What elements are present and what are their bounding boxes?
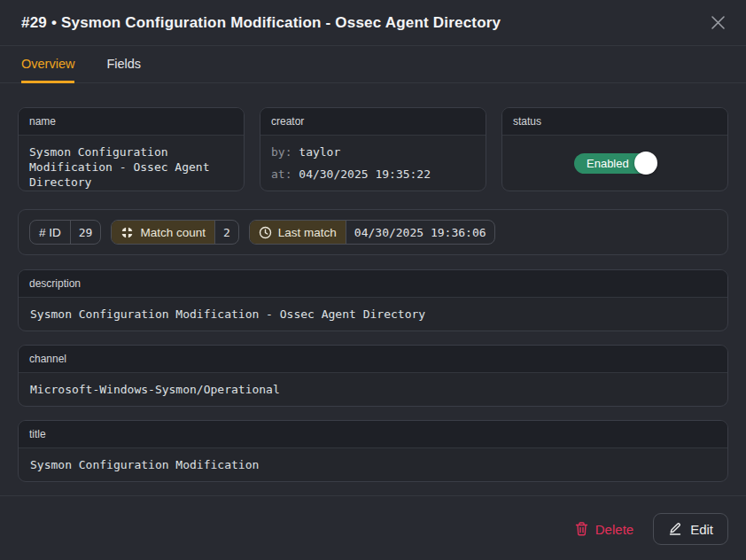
status-card: status Enabled (501, 107, 728, 191)
tab-bar: Overview Fields (0, 46, 746, 83)
channel-label: channel (19, 346, 727, 373)
status-card-value: Enabled (502, 136, 727, 191)
edit-button[interactable]: Edit (653, 513, 728, 545)
title-label: title (19, 421, 727, 448)
name-card-label: name (19, 108, 244, 136)
modal-title: #29 • Sysmon Configuration Modification … (21, 14, 501, 32)
id-badge: # ID 29 (29, 220, 101, 245)
modal-header: #29 • Sysmon Configuration Modification … (0, 0, 746, 46)
description-label: description (19, 270, 727, 298)
summary-cards-row: name Sysmon Configuration Modification -… (18, 107, 728, 191)
description-card: description Sysmon Configuration Modific… (18, 269, 728, 331)
tab-fields-label: Fields (106, 57, 141, 71)
status-toggle[interactable]: Enabled (574, 153, 656, 174)
creator-by-value: taylor (299, 145, 340, 159)
toggle-knob (634, 152, 657, 175)
match-count-badge: Match count 2 (111, 220, 238, 245)
tab-overview[interactable]: Overview (21, 46, 74, 83)
creator-at-label: at: (271, 167, 291, 181)
status-card-label: status (502, 108, 727, 136)
meta-badges-row: # ID 29 Match count 2 (18, 209, 728, 255)
last-match-label: Last match (278, 226, 337, 239)
status-toggle-label: Enabled (587, 157, 629, 170)
clock-icon (259, 226, 272, 239)
overview-panel: name Sysmon Configuration Modification -… (0, 83, 746, 495)
close-icon (711, 15, 726, 30)
title-value: Sysmon Configuration Modification (19, 448, 727, 481)
last-match-value: 04/30/2025 19:36:06 (346, 221, 494, 244)
channel-value: Microsoft-Windows-Sysmon/Operational (19, 373, 727, 406)
tab-fields[interactable]: Fields (106, 46, 141, 83)
id-badge-label: # ID (30, 221, 70, 244)
rule-detail-modal: #29 • Sysmon Configuration Modification … (0, 0, 746, 560)
match-count-value: 2 (214, 221, 238, 244)
creator-card-label: creator (260, 108, 486, 136)
edit-button-label: Edit (690, 522, 713, 537)
crosshair-icon (120, 226, 134, 239)
description-value: Sysmon Configuration Modification - Osse… (19, 298, 727, 331)
title-card: title Sysmon Configuration Modification (18, 420, 728, 482)
channel-card: channel Microsoft-Windows-Sysmon/Operati… (18, 345, 728, 407)
name-card: name Sysmon Configuration Modification -… (18, 107, 245, 191)
match-count-label: Match count (140, 226, 206, 239)
creator-card: creator by: taylor at: 04/30/2025 19:35:… (260, 107, 486, 191)
creator-by-label: by: (271, 145, 291, 159)
pencil-icon (668, 522, 682, 536)
trash-icon (575, 522, 588, 536)
last-match-badge: Last match 04/30/2025 19:36:06 (249, 220, 495, 245)
id-badge-value: 29 (70, 221, 101, 244)
name-card-value: Sysmon Configuration Modification - Osse… (19, 136, 244, 191)
tab-overview-label: Overview (21, 57, 74, 71)
delete-button[interactable]: Delete (575, 522, 633, 537)
creator-card-value: by: taylor at: 04/30/2025 19:35:22 (260, 136, 486, 191)
modal-footer: Delete Edit (0, 495, 746, 560)
close-button[interactable] (705, 11, 730, 35)
delete-button-label: Delete (595, 522, 633, 537)
creator-at-value: 04/30/2025 19:35:22 (299, 167, 431, 181)
